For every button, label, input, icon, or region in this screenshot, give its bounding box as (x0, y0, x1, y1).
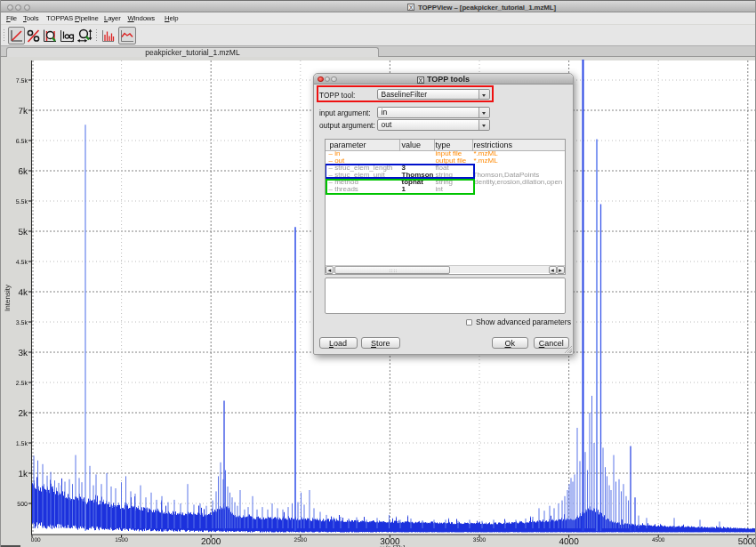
svg-text:3500: 3500 (473, 537, 487, 543)
svg-text:500: 500 (17, 502, 28, 508)
svg-text:1.5k: 1.5k (16, 440, 28, 447)
svg-text:Intensity: Intensity (4, 285, 12, 311)
svg-text:5000: 5000 (738, 537, 756, 547)
svg-text:2k: 2k (18, 409, 28, 419)
svg-text:4k: 4k (18, 288, 28, 298)
svg-text:7k: 7k (18, 107, 28, 117)
svg-text:2500: 2500 (294, 537, 308, 543)
svg-text:000: 000 (31, 537, 41, 543)
svg-text:2.5k: 2.5k (16, 380, 28, 387)
svg-text:7.5k: 7.5k (16, 77, 28, 84)
svg-text:2000: 2000 (201, 537, 221, 547)
svg-text:4.5k: 4.5k (16, 259, 28, 266)
svg-text:6.5k: 6.5k (16, 138, 28, 145)
svg-text:3k: 3k (18, 349, 28, 358)
svg-text:5.5k: 5.5k (16, 198, 28, 205)
svg-text:1k: 1k (18, 470, 28, 479)
svg-text:5k: 5k (18, 228, 28, 237)
svg-text:6k: 6k (18, 167, 28, 177)
svg-text:4000: 4000 (559, 537, 579, 547)
svg-text:4500: 4500 (652, 537, 665, 543)
svg-text:3.5k: 3.5k (16, 319, 28, 326)
svg-text:1500: 1500 (115, 537, 128, 543)
